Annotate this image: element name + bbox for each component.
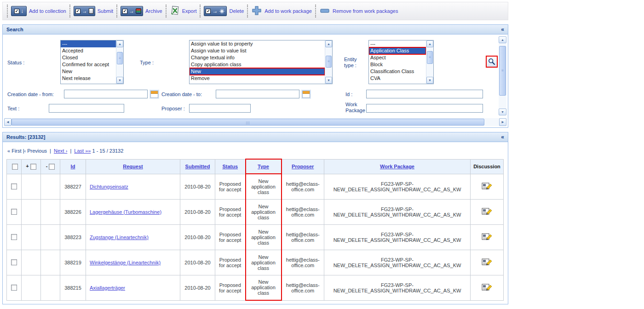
list-option[interactable]: Assign value to value list	[190, 47, 325, 54]
listbox-scrollbar[interactable]: ▲ ▼	[325, 40, 332, 84]
list-option[interactable]: Assign value list to property	[190, 40, 325, 47]
listbox-scrollbar[interactable]: ▲ ▼	[426, 40, 433, 84]
minus-select-checkbox[interactable]	[49, 164, 55, 170]
request-link[interactable]: Axiallagerträger	[90, 285, 125, 291]
discussion-icon[interactable]	[482, 287, 493, 293]
row-checkbox[interactable]	[11, 259, 17, 265]
table-row: 388226 Lagergehäuse (Turbomaschine) 2010…	[7, 199, 504, 224]
remove-from-work-packages-button[interactable]: Remove from work packages	[319, 5, 398, 17]
discussion-icon[interactable]	[482, 237, 493, 242]
work-package-value: FG23-WP-SP-NEW_DELETE_ASSIGN_WITHDRAW_CC…	[324, 199, 471, 224]
discussion-icon[interactable]	[482, 212, 493, 217]
toolbar-separator	[69, 5, 70, 17]
submit-button[interactable]: Submit	[74, 6, 113, 16]
search-panel-title: Search	[6, 27, 23, 32]
row-checkbox[interactable]	[11, 183, 17, 189]
sort-request-link[interactable]: Request	[123, 164, 143, 169]
text-input[interactable]	[49, 104, 124, 113]
proposer-label: Proposer :	[161, 106, 185, 112]
submitted-date: 2010-08-20	[180, 250, 215, 275]
add-to-collection-button[interactable]: Add to collection	[11, 6, 66, 16]
list-option[interactable]: Change textual info	[190, 54, 325, 61]
list-option[interactable]: ---	[61, 40, 116, 47]
request-link[interactable]: Dichtungseinsatz	[90, 184, 128, 189]
id-input[interactable]	[366, 90, 483, 98]
list-option[interactable]: New	[190, 68, 325, 75]
scroll-up-icon[interactable]: ▲	[116, 40, 123, 47]
proposer-input[interactable]	[189, 104, 251, 113]
entity-type-label: Entity type :	[344, 57, 366, 69]
results-panel-body: « First |‹ Previous | Next › | Last »» 1…	[3, 142, 508, 304]
sort-type-link[interactable]: Type	[258, 164, 269, 169]
list-option[interactable]: Next release	[61, 75, 116, 82]
status-listbox[interactable]: ---AcceptedClosedConfirmed for acceptNew…	[60, 40, 124, 84]
list-option[interactable]: New	[61, 68, 116, 75]
request-link[interactable]: Winkelgestänge (Lineartechnik)	[90, 260, 161, 265]
collapse-icon[interactable]: «	[501, 134, 504, 140]
export-button[interactable]: Export	[170, 6, 197, 17]
list-option[interactable]: Copy application class	[190, 61, 325, 68]
sort-proposer-link[interactable]: Proposer	[292, 164, 314, 169]
discussion-icon[interactable]	[482, 262, 493, 268]
status-value: Proposed for accept	[215, 224, 246, 250]
checkbox-arrow-save-icon	[74, 6, 95, 16]
list-option[interactable]: Closed	[61, 54, 116, 61]
scroll-up-icon[interactable]: ▲	[426, 40, 433, 47]
list-option[interactable]: Application Class	[369, 47, 426, 54]
sort-status-link[interactable]: Status	[222, 164, 238, 169]
archive-button[interactable]: Archive	[121, 6, 162, 16]
scroll-up-icon[interactable]: ▲	[499, 36, 506, 43]
creation-to-input[interactable]	[216, 90, 299, 98]
add-to-work-package-button[interactable]: Add to work package	[251, 5, 312, 17]
list-option[interactable]: CVA	[369, 75, 426, 82]
select-all-checkbox[interactable]	[12, 164, 18, 170]
magnifier-icon	[488, 58, 495, 65]
request-link[interactable]: Lagergehäuse (Turbomaschine)	[90, 209, 161, 215]
plus-select-checkbox[interactable]	[30, 164, 36, 170]
scroll-down-icon[interactable]: ▼	[499, 109, 506, 115]
pagination-first: « First	[7, 148, 22, 154]
list-option[interactable]: Remove	[190, 75, 325, 82]
submitted-date: 2010-08-20	[180, 199, 215, 224]
list-option[interactable]: Accepted	[61, 47, 116, 54]
entity-type-listbox[interactable]: ---Application ClassAspectBlockClassific…	[368, 40, 434, 84]
type-value: New application class	[246, 275, 282, 300]
list-option[interactable]: Classification Class	[369, 68, 426, 75]
row-checkbox[interactable]	[11, 209, 17, 215]
search-horizontal-scrollbar[interactable]: ◄ ►	[4, 118, 506, 126]
listbox-scrollbar[interactable]: ▲ ▼	[116, 40, 123, 84]
search-submit-button[interactable]	[486, 56, 497, 67]
work-package-input[interactable]	[366, 104, 483, 113]
list-option[interactable]: ---	[369, 40, 426, 47]
scroll-up-icon[interactable]: ▲	[325, 40, 332, 47]
calendar-icon[interactable]	[302, 91, 310, 98]
calendar-icon[interactable]	[150, 91, 158, 98]
search-panel-header: Search «	[3, 25, 508, 34]
scroll-down-icon[interactable]: ▼	[325, 77, 332, 84]
list-option[interactable]: Block	[369, 61, 426, 68]
scroll-left-icon[interactable]: ◄	[4, 118, 12, 126]
request-id: 388226	[60, 199, 86, 224]
sort-id-link[interactable]: Id	[71, 164, 75, 169]
sort-submitted-link[interactable]: Submitted	[185, 164, 210, 169]
proposer-value: hettig@eclass-office.com	[282, 224, 324, 250]
creation-from-input[interactable]	[64, 90, 148, 98]
request-link[interactable]: Zugstange (Lineartechnik)	[90, 235, 149, 240]
collapse-icon[interactable]: «	[501, 26, 504, 33]
row-checkbox[interactable]	[11, 234, 17, 240]
pagination-next-link[interactable]: Next ›	[54, 148, 67, 154]
pagination-last-link[interactable]: Last »»	[74, 148, 91, 154]
list-option[interactable]: Aspect	[369, 54, 426, 61]
minus-cell	[41, 199, 60, 224]
row-checkbox[interactable]	[11, 285, 17, 291]
scroll-right-icon[interactable]: ►	[499, 118, 506, 126]
minus-cell	[41, 174, 60, 199]
search-vertical-scrollbar[interactable]: ▲ ▼	[499, 36, 506, 115]
delete-button[interactable]: Delete	[204, 6, 244, 16]
list-option[interactable]: Confirmed for accept	[61, 61, 116, 68]
type-listbox[interactable]: Assign value list to propertyAssign valu…	[189, 40, 333, 84]
sort-work-package-link[interactable]: Work Package	[380, 164, 414, 169]
scroll-down-icon[interactable]: ▼	[116, 77, 123, 84]
discussion-icon[interactable]	[482, 186, 493, 192]
scroll-down-icon[interactable]: ▼	[426, 77, 433, 84]
